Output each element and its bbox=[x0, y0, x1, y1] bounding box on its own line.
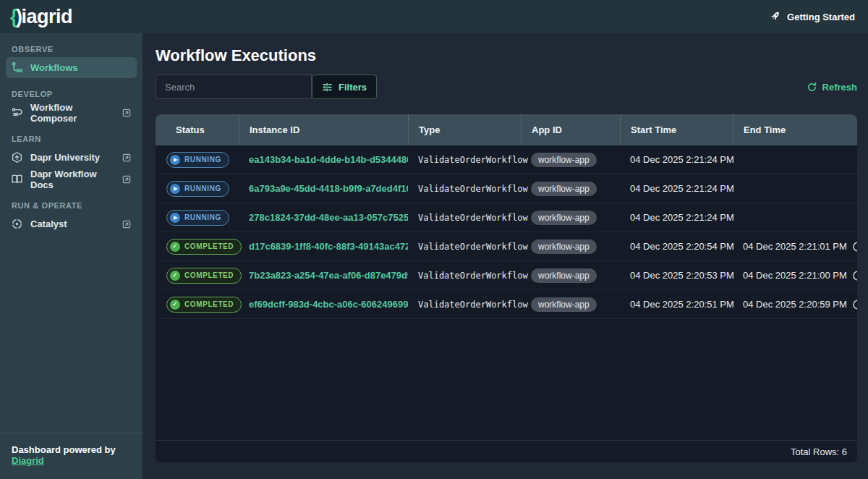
clock-icon bbox=[852, 270, 857, 281]
instance-id-link[interactable]: 7b23a823-a254-47ea-af06-d87e479d9c8d bbox=[249, 270, 408, 281]
page-title: Workflow Executions bbox=[156, 46, 857, 65]
refresh-label: Refresh bbox=[822, 82, 857, 93]
type-value: ValidateOrderWorkflow bbox=[418, 184, 528, 194]
table-footer: Total Rows: 6 bbox=[156, 440, 857, 462]
instance-id-link[interactable]: ef69dcff-983d-4cbc-a06c-606249699b50 bbox=[249, 299, 408, 310]
type-value: ValidateOrderWorkflow bbox=[418, 300, 528, 310]
sidebar: OBSERVE Workflows DEVELOP Workflow Compo… bbox=[0, 33, 142, 479]
composer-icon bbox=[11, 106, 23, 119]
refresh-icon bbox=[807, 82, 817, 93]
external-link-icon bbox=[122, 108, 132, 118]
status-label: COMPLETED bbox=[184, 300, 234, 308]
start-time: 04 Dec 2025 2:20:51 PM bbox=[630, 299, 734, 310]
column-header-app-id: App ID bbox=[521, 114, 620, 145]
instance-id-link[interactable]: 278c1824-37dd-48ee-aa13-057c7525a1ef bbox=[249, 212, 408, 223]
main-content: Workflow Executions Filters Refresh bbox=[142, 33, 868, 479]
clock-icon bbox=[852, 299, 857, 310]
start-time: 04 Dec 2025 2:21:24 PM bbox=[630, 154, 734, 165]
status-icon: ✓ bbox=[170, 300, 180, 310]
end-time: 04 Dec 2025 2:21:00 PM bbox=[743, 270, 847, 281]
sidebar-item-dapr-workflow-docs[interactable]: Dapr Workflow Docs bbox=[6, 169, 137, 190]
status-badge: ✓RUNNING bbox=[166, 152, 229, 168]
status-icon: ✓ bbox=[170, 242, 180, 252]
status-badge: ✓RUNNING bbox=[166, 210, 229, 226]
table-row: ✓RUNNING 6a793a9e-45dd-4418-b9f9-a7ded4f… bbox=[156, 174, 857, 203]
external-link-icon bbox=[122, 153, 132, 163]
app-id-badge: workflow-app bbox=[531, 211, 597, 225]
app-id-badge: workflow-app bbox=[531, 268, 597, 283]
sidebar-item-workflows[interactable]: Workflows bbox=[6, 57, 137, 78]
status-badge: ✓RUNNING bbox=[166, 181, 229, 197]
column-header-end-time: End Time bbox=[733, 114, 857, 145]
status-label: RUNNING bbox=[184, 213, 221, 221]
rocket-icon bbox=[770, 10, 781, 24]
status-icon: ✓ bbox=[170, 271, 180, 281]
end-time: 04 Dec 2025 2:20:59 PM bbox=[743, 299, 847, 310]
table-row: ✓COMPLETED ef69dcff-983d-4cbc-a06c-60624… bbox=[156, 290, 857, 319]
status-badge: ✓COMPLETED bbox=[166, 268, 242, 284]
instance-id-link[interactable]: d17c6839-1ff8-40fc-88f3-49143ac47202 bbox=[249, 241, 408, 252]
app-id-badge: workflow-app bbox=[531, 297, 597, 312]
end-time: 04 Dec 2025 2:21:01 PM bbox=[743, 241, 847, 252]
refresh-button[interactable]: Refresh bbox=[807, 82, 857, 93]
status-badge: ✓COMPLETED bbox=[166, 239, 242, 255]
filters-button[interactable]: Filters bbox=[312, 75, 377, 99]
external-link-icon bbox=[122, 219, 132, 229]
footer-text: Dashboard powered by bbox=[12, 444, 116, 455]
sidebar-footer: Dashboard powered by Diagrid bbox=[0, 433, 142, 473]
status-badge: ✓COMPLETED bbox=[166, 297, 242, 313]
docs-icon bbox=[11, 173, 23, 185]
type-value: ValidateOrderWorkflow bbox=[418, 242, 528, 252]
column-header-start-time: Start Time bbox=[620, 114, 733, 145]
sidebar-item-catalyst[interactable]: Catalyst bbox=[6, 213, 137, 234]
section-label-learn: LEARN bbox=[12, 135, 131, 143]
clock-icon bbox=[852, 241, 857, 253]
table-row: ✓COMPLETED 7b23a823-a254-47ea-af06-d87e4… bbox=[156, 261, 857, 290]
status-label: COMPLETED bbox=[184, 242, 234, 250]
sidebar-item-label: Catalyst bbox=[30, 219, 67, 229]
executions-table: Status Instance ID Type App ID Start Tim… bbox=[156, 114, 857, 462]
app-id-badge: workflow-app bbox=[531, 153, 597, 167]
app-id-badge: workflow-app bbox=[531, 182, 597, 196]
section-label-run-operate: RUN & OPERATE bbox=[12, 201, 131, 210]
getting-started-button[interactable]: Getting Started bbox=[770, 10, 855, 24]
university-icon bbox=[11, 151, 23, 164]
getting-started-label: Getting Started bbox=[787, 12, 855, 22]
type-value: ValidateOrderWorkflow bbox=[418, 155, 528, 165]
logo-text: iagrid bbox=[22, 6, 73, 28]
footer-brand-link[interactable]: Diagrid bbox=[12, 455, 44, 466]
toolbar: Filters Refresh bbox=[156, 75, 857, 99]
total-rows-label: Total Rows: 6 bbox=[791, 446, 847, 457]
sidebar-item-workflow-composer[interactable]: Workflow Composer bbox=[6, 102, 137, 123]
start-time: 04 Dec 2025 2:21:24 PM bbox=[630, 183, 734, 194]
top-bar: {)iagrid Getting Started bbox=[0, 0, 868, 33]
sidebar-item-label: Workflow Composer bbox=[30, 102, 114, 124]
external-link-icon bbox=[122, 174, 132, 185]
status-icon: ✓ bbox=[170, 155, 180, 165]
catalyst-icon bbox=[11, 218, 23, 230]
status-label: COMPLETED bbox=[184, 271, 234, 279]
section-label-observe: OBSERVE bbox=[12, 45, 131, 54]
workflow-icon bbox=[11, 62, 23, 74]
filters-label: Filters bbox=[339, 82, 367, 93]
type-value: ValidateOrderWorkflow bbox=[418, 271, 528, 281]
table-empty-area bbox=[156, 319, 857, 440]
start-time: 04 Dec 2025 2:21:24 PM bbox=[630, 212, 734, 223]
search-input[interactable] bbox=[156, 75, 312, 99]
section-label-develop: DEVELOP bbox=[12, 90, 131, 98]
status-icon: ✓ bbox=[170, 184, 180, 194]
instance-id-link[interactable]: ea143b34-ba1d-4dde-b14b-d53444862... bbox=[249, 154, 408, 165]
instance-id-link[interactable]: 6a793a9e-45dd-4418-b9f9-a7ded4f10b71 bbox=[249, 183, 408, 194]
diagrid-logo[interactable]: {)iagrid bbox=[10, 6, 72, 28]
app-id-badge: workflow-app bbox=[531, 240, 597, 254]
sidebar-item-dapr-university[interactable]: Dapr University bbox=[6, 147, 137, 168]
table-header-row: Status Instance ID Type App ID Start Tim… bbox=[156, 114, 857, 145]
sidebar-item-label: Workflows bbox=[30, 62, 78, 73]
status-icon: ✓ bbox=[170, 213, 180, 223]
status-label: RUNNING bbox=[184, 156, 221, 164]
type-value: ValidateOrderWorkflow bbox=[418, 213, 528, 223]
sidebar-item-label: Dapr Workflow Docs bbox=[30, 169, 114, 190]
sidebar-item-label: Dapr University bbox=[30, 152, 100, 163]
column-header-instance-id: Instance ID bbox=[239, 114, 408, 145]
column-header-type: Type bbox=[408, 114, 521, 145]
